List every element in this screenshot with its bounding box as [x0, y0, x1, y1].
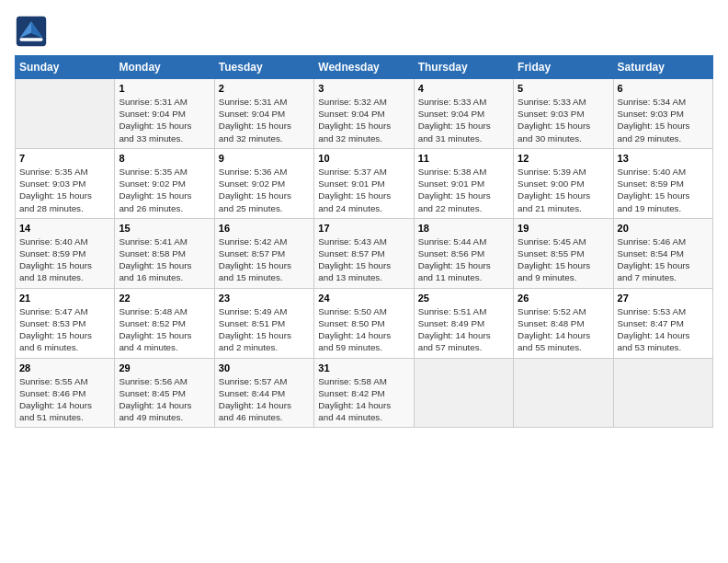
day-number: 5: [518, 83, 609, 94]
day-cell: 24Sunrise: 5:50 AMSunset: 8:50 PMDayligh…: [314, 288, 414, 358]
column-header-tuesday: Tuesday: [214, 56, 313, 79]
day-number: 28: [19, 362, 110, 373]
day-info: Sunrise: 5:41 AMSunset: 8:58 PMDaylight:…: [119, 236, 210, 284]
day-number: 6: [618, 83, 709, 94]
week-row-3: 14Sunrise: 5:40 AMSunset: 8:59 PMDayligh…: [16, 218, 713, 288]
day-number: 29: [119, 362, 210, 373]
day-info: Sunrise: 5:39 AMSunset: 9:00 PMDaylight:…: [518, 166, 609, 214]
day-cell: 18Sunrise: 5:44 AMSunset: 8:56 PMDayligh…: [414, 218, 513, 288]
day-cell: [613, 358, 712, 428]
day-cell: 17Sunrise: 5:43 AMSunset: 8:57 PMDayligh…: [314, 218, 414, 288]
day-info: Sunrise: 5:57 AMSunset: 8:44 PMDaylight:…: [219, 375, 310, 424]
day-cell: 26Sunrise: 5:52 AMSunset: 8:48 PMDayligh…: [514, 288, 613, 358]
day-number: 10: [318, 153, 409, 164]
day-number: 19: [518, 223, 609, 234]
day-number: 13: [618, 153, 709, 164]
day-number: 20: [618, 223, 709, 234]
day-cell: [514, 358, 613, 428]
day-cell: 19Sunrise: 5:45 AMSunset: 8:55 PMDayligh…: [514, 218, 613, 288]
day-cell: 28Sunrise: 5:55 AMSunset: 8:46 PMDayligh…: [16, 358, 115, 428]
day-number: 18: [418, 223, 509, 234]
day-cell: 5Sunrise: 5:33 AMSunset: 9:03 PMDaylight…: [514, 79, 613, 149]
day-number: 12: [518, 153, 609, 164]
day-number: 27: [618, 293, 709, 304]
day-cell: 8Sunrise: 5:35 AMSunset: 9:02 PMDaylight…: [115, 148, 214, 218]
day-info: Sunrise: 5:33 AMSunset: 9:04 PMDaylight:…: [418, 96, 509, 144]
day-cell: 29Sunrise: 5:56 AMSunset: 8:45 PMDayligh…: [115, 358, 214, 428]
day-cell: [16, 79, 115, 149]
day-cell: 12Sunrise: 5:39 AMSunset: 9:00 PMDayligh…: [514, 148, 613, 218]
day-cell: 27Sunrise: 5:53 AMSunset: 8:47 PMDayligh…: [613, 288, 712, 358]
day-cell: 21Sunrise: 5:47 AMSunset: 8:53 PMDayligh…: [16, 288, 115, 358]
day-cell: 25Sunrise: 5:51 AMSunset: 8:49 PMDayligh…: [414, 288, 513, 358]
day-number: 31: [318, 362, 409, 373]
day-number: 8: [119, 153, 210, 164]
logo-icon: [15, 15, 48, 48]
week-row-5: 28Sunrise: 5:55 AMSunset: 8:46 PMDayligh…: [16, 358, 713, 428]
day-number: 3: [318, 83, 409, 94]
day-cell: 15Sunrise: 5:41 AMSunset: 8:58 PMDayligh…: [115, 218, 214, 288]
day-cell: 11Sunrise: 5:38 AMSunset: 9:01 PMDayligh…: [414, 148, 513, 218]
day-number: 26: [518, 293, 609, 304]
day-info: Sunrise: 5:35 AMSunset: 9:02 PMDaylight:…: [119, 166, 210, 214]
day-info: Sunrise: 5:55 AMSunset: 8:46 PMDaylight:…: [19, 375, 110, 424]
day-number: 23: [219, 293, 310, 304]
day-info: Sunrise: 5:40 AMSunset: 8:59 PMDaylight:…: [618, 166, 709, 214]
day-number: 22: [119, 293, 210, 304]
day-cell: 9Sunrise: 5:36 AMSunset: 9:02 PMDaylight…: [214, 148, 313, 218]
day-info: Sunrise: 5:58 AMSunset: 8:42 PMDaylight:…: [318, 375, 409, 424]
day-number: 4: [418, 83, 509, 94]
day-info: Sunrise: 5:36 AMSunset: 9:02 PMDaylight:…: [219, 166, 310, 214]
day-info: Sunrise: 5:33 AMSunset: 9:03 PMDaylight:…: [518, 96, 609, 144]
day-info: Sunrise: 5:31 AMSunset: 9:04 PMDaylight:…: [219, 96, 310, 144]
column-header-sunday: Sunday: [16, 56, 115, 79]
day-info: Sunrise: 5:47 AMSunset: 8:53 PMDaylight:…: [19, 305, 110, 354]
day-info: Sunrise: 5:40 AMSunset: 8:59 PMDaylight:…: [19, 236, 110, 284]
day-info: Sunrise: 5:48 AMSunset: 8:52 PMDaylight:…: [119, 305, 210, 354]
calendar-table: SundayMondayTuesdayWednesdayThursdayFrid…: [15, 55, 713, 428]
day-cell: 20Sunrise: 5:46 AMSunset: 8:54 PMDayligh…: [613, 218, 712, 288]
week-row-2: 7Sunrise: 5:35 AMSunset: 9:03 PMDaylight…: [16, 148, 713, 218]
day-cell: [414, 358, 513, 428]
day-number: 7: [19, 153, 110, 164]
day-info: Sunrise: 5:35 AMSunset: 9:03 PMDaylight:…: [19, 166, 110, 214]
day-info: Sunrise: 5:42 AMSunset: 8:57 PMDaylight:…: [219, 236, 310, 284]
day-cell: 31Sunrise: 5:58 AMSunset: 8:42 PMDayligh…: [314, 358, 414, 428]
day-number: 15: [119, 223, 210, 234]
day-info: Sunrise: 5:43 AMSunset: 8:57 PMDaylight:…: [318, 236, 409, 284]
svg-rect-3: [19, 38, 42, 41]
page-header: [15, 15, 713, 48]
day-cell: 6Sunrise: 5:34 AMSunset: 9:03 PMDaylight…: [613, 79, 712, 149]
column-header-wednesday: Wednesday: [314, 56, 414, 79]
day-number: 25: [418, 293, 509, 304]
day-cell: 10Sunrise: 5:37 AMSunset: 9:01 PMDayligh…: [314, 148, 414, 218]
column-header-monday: Monday: [115, 56, 214, 79]
day-cell: 23Sunrise: 5:49 AMSunset: 8:51 PMDayligh…: [214, 288, 313, 358]
day-number: 30: [219, 362, 310, 373]
day-info: Sunrise: 5:46 AMSunset: 8:54 PMDaylight:…: [618, 236, 709, 284]
day-info: Sunrise: 5:45 AMSunset: 8:55 PMDaylight:…: [518, 236, 609, 284]
day-info: Sunrise: 5:37 AMSunset: 9:01 PMDaylight:…: [318, 166, 409, 214]
day-cell: 2Sunrise: 5:31 AMSunset: 9:04 PMDaylight…: [214, 79, 313, 149]
week-row-1: 1Sunrise: 5:31 AMSunset: 9:04 PMDaylight…: [16, 79, 713, 149]
day-number: 14: [19, 223, 110, 234]
day-number: 11: [418, 153, 509, 164]
column-header-friday: Friday: [514, 56, 613, 79]
day-cell: 1Sunrise: 5:31 AMSunset: 9:04 PMDaylight…: [115, 79, 214, 149]
column-header-thursday: Thursday: [414, 56, 513, 79]
week-row-4: 21Sunrise: 5:47 AMSunset: 8:53 PMDayligh…: [16, 288, 713, 358]
column-header-saturday: Saturday: [613, 56, 712, 79]
day-cell: 30Sunrise: 5:57 AMSunset: 8:44 PMDayligh…: [214, 358, 313, 428]
day-info: Sunrise: 5:31 AMSunset: 9:04 PMDaylight:…: [119, 96, 210, 144]
day-number: 24: [318, 293, 409, 304]
day-info: Sunrise: 5:34 AMSunset: 9:03 PMDaylight:…: [618, 96, 709, 144]
day-number: 16: [219, 223, 310, 234]
day-info: Sunrise: 5:51 AMSunset: 8:49 PMDaylight:…: [418, 305, 509, 354]
day-cell: 3Sunrise: 5:32 AMSunset: 9:04 PMDaylight…: [314, 79, 414, 149]
logo: [15, 15, 51, 48]
day-cell: 7Sunrise: 5:35 AMSunset: 9:03 PMDaylight…: [16, 148, 115, 218]
day-cell: 14Sunrise: 5:40 AMSunset: 8:59 PMDayligh…: [16, 218, 115, 288]
day-number: 1: [119, 83, 210, 94]
day-info: Sunrise: 5:50 AMSunset: 8:50 PMDaylight:…: [318, 305, 409, 354]
day-info: Sunrise: 5:44 AMSunset: 8:56 PMDaylight:…: [418, 236, 509, 284]
